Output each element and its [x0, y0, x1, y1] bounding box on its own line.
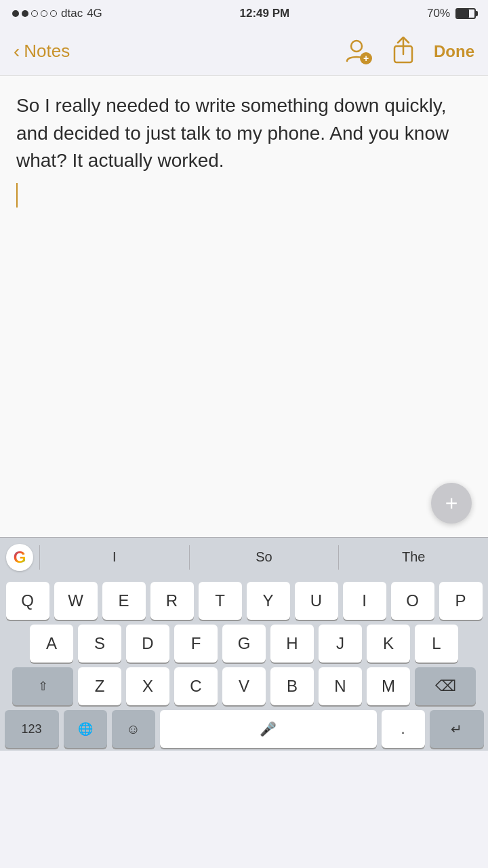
add-contact-icon: +: [343, 37, 373, 66]
signal-dot-2: [22, 10, 28, 17]
key-d[interactable]: D: [126, 625, 169, 663]
key-h[interactable]: H: [270, 625, 314, 663]
note-content: So I really needed to write something do…: [16, 92, 472, 175]
key-t[interactable]: T: [199, 582, 242, 620]
key-j[interactable]: J: [319, 625, 362, 663]
google-g-icon: G: [6, 544, 33, 571]
svg-text:+: +: [363, 53, 369, 64]
signal-dot-5: [50, 10, 57, 17]
return-key[interactable]: ↵: [430, 710, 484, 748]
note-wrapper: So I really needed to write something do…: [0, 76, 488, 537]
status-bar: dtac 4G 12:49 PM 70%: [0, 0, 488, 27]
key-i[interactable]: I: [343, 582, 386, 620]
key-z[interactable]: Z: [78, 667, 121, 705]
signal-dot-1: [12, 10, 19, 17]
key-w[interactable]: W: [54, 582, 98, 620]
key-o[interactable]: O: [391, 582, 434, 620]
key-row-1: Q W E R T Y U I O P: [3, 582, 485, 620]
suggestion-1[interactable]: I: [40, 549, 189, 565]
key-l[interactable]: L: [415, 625, 458, 663]
back-button[interactable]: ‹ Notes: [14, 41, 70, 62]
status-right: 70%: [427, 7, 476, 20]
backspace-key[interactable]: ⌫: [415, 667, 476, 705]
period-key[interactable]: .: [382, 710, 425, 748]
nav-bar: ‹ Notes + Done: [0, 27, 488, 76]
key-s[interactable]: S: [78, 625, 121, 663]
signal-dot-3: [31, 10, 38, 17]
key-v[interactable]: V: [222, 667, 266, 705]
suggestions-items: I So The: [40, 545, 488, 570]
share-icon: [392, 37, 415, 64]
key-b[interactable]: B: [270, 667, 314, 705]
suggestion-3[interactable]: The: [339, 549, 488, 565]
back-chevron-icon: ‹: [14, 42, 20, 61]
key-r[interactable]: R: [150, 582, 194, 620]
done-button[interactable]: Done: [434, 42, 474, 61]
back-label: Notes: [24, 41, 70, 62]
number-key[interactable]: 123: [5, 710, 59, 748]
key-x[interactable]: X: [126, 667, 169, 705]
nav-actions: + Done: [343, 37, 474, 66]
network-label: 4G: [87, 7, 102, 20]
key-p[interactable]: P: [439, 582, 483, 620]
status-time: 12:49 PM: [240, 7, 290, 20]
emoji-key[interactable]: ☺: [112, 710, 155, 748]
status-left: dtac 4G: [12, 7, 102, 20]
key-m[interactable]: M: [367, 667, 410, 705]
key-y[interactable]: Y: [247, 582, 290, 620]
key-c[interactable]: C: [174, 667, 218, 705]
share-button[interactable]: [392, 37, 415, 66]
fab-plus-button[interactable]: +: [431, 483, 472, 524]
battery-fill: [457, 9, 469, 18]
key-row-4: 123 🌐 ☺ 🎤 . ↵: [3, 710, 485, 748]
battery-icon: [455, 8, 476, 19]
suggestion-2[interactable]: So: [190, 549, 339, 565]
fab-plus-icon: +: [445, 492, 458, 514]
google-logo: G: [0, 538, 39, 577]
svg-point-0: [351, 41, 362, 52]
signal-dot-4: [41, 10, 47, 17]
carrier-label: dtac: [61, 7, 83, 20]
note-area[interactable]: So I really needed to write something do…: [0, 76, 488, 537]
key-u[interactable]: U: [295, 582, 338, 620]
key-n[interactable]: N: [319, 667, 362, 705]
suggestions-bar: G I So The: [0, 537, 488, 576]
key-q[interactable]: Q: [6, 582, 49, 620]
signal-dots: [12, 10, 57, 17]
add-contact-button[interactable]: +: [343, 37, 373, 66]
key-row-2: A S D F G H J K L: [3, 625, 485, 663]
key-g[interactable]: G: [222, 625, 266, 663]
globe-key[interactable]: 🌐: [64, 710, 107, 748]
key-a[interactable]: A: [30, 625, 73, 663]
text-cursor: [16, 183, 18, 208]
keyboard: Q W E R T Y U I O P A S D F G H J K L ⇧ …: [0, 576, 488, 751]
battery-percentage: 70%: [427, 7, 450, 20]
space-mic-key[interactable]: 🎤: [160, 710, 377, 748]
key-k[interactable]: K: [367, 625, 410, 663]
shift-key[interactable]: ⇧: [12, 667, 73, 705]
key-e[interactable]: E: [102, 582, 146, 620]
key-row-3: ⇧ Z X C V B N M ⌫: [3, 667, 485, 705]
key-f[interactable]: F: [174, 625, 218, 663]
